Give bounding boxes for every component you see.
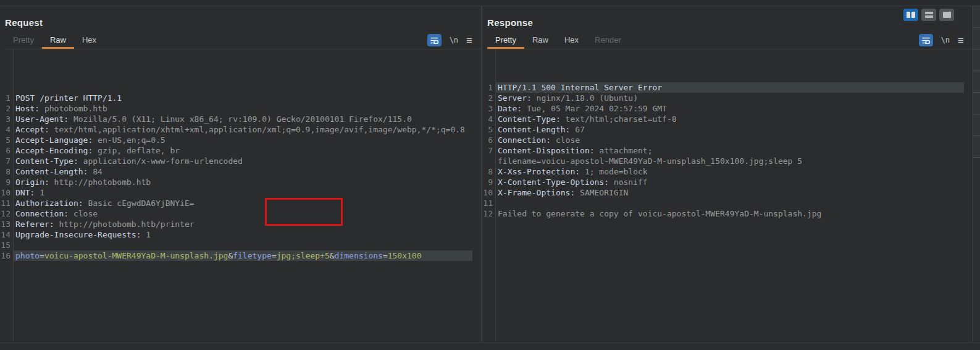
line-number: 9: [482, 177, 495, 187]
code-line: 6Connection: close: [482, 135, 973, 145]
code-text: Accept-Language: en-US,en;q=0.5: [13, 135, 472, 145]
inspector-section-handle[interactable]: [973, 93, 980, 114]
response-editor-toolbar: \n ≡: [919, 34, 964, 49]
show-newlines-toggle[interactable]: \n: [450, 36, 458, 45]
code-text: Content-Disposition: attachment;: [495, 145, 964, 156]
split-columns-icon: [907, 12, 910, 18]
inspector-section-handle[interactable]: [973, 71, 980, 93]
line-number: 10: [0, 187, 13, 198]
code-text: POST /printer HTTP/1.1: [13, 93, 472, 103]
code-text: Accept: text/html,application/xhtml+xml,…: [13, 124, 472, 135]
split-columns-button[interactable]: [903, 9, 918, 21]
code-text: Host: photobomb.htb: [13, 103, 472, 114]
line-number: 3: [482, 103, 495, 114]
code-text: DNT: 1: [13, 187, 472, 198]
request-editor-toolbar: \n ≡: [427, 34, 472, 49]
code-line: 2Host: photobomb.htb: [0, 103, 481, 114]
response-panel: Response PrettyRawHexRender \n ≡: [482, 6, 973, 342]
code-text: Connection: close: [495, 135, 964, 145]
code-line: 4Accept: text/html,application/xhtml+xml…: [0, 124, 481, 135]
window-bottom-strip: [0, 343, 980, 350]
inspector-collapsed-rail[interactable]: [973, 6, 980, 342]
response-title: Response: [487, 17, 973, 28]
tab-hex[interactable]: Hex: [556, 33, 587, 49]
split-rows-button[interactable]: [921, 9, 936, 21]
request-panel: Request PrettyRawHex \n ≡: [0, 6, 481, 342]
code-line: 13Referer: http://photobomb.htb/printer: [0, 219, 481, 229]
tab-hex[interactable]: Hex: [74, 33, 104, 49]
code-line: 9Origin: http://photobomb.htb: [0, 177, 481, 187]
code-line: 5Accept-Language: en-US,en;q=0.5: [0, 135, 481, 145]
line-number: 2: [0, 103, 13, 114]
code-text: Origin: http://photobomb.htb: [13, 177, 472, 187]
code-text: X-Content-Type-Options: nosniff: [495, 177, 964, 187]
message-layout-controls: [903, 9, 954, 21]
code-line: 7Content-Disposition: attachment;: [482, 145, 973, 156]
inspector-section-handle[interactable]: [973, 6, 980, 28]
tab-pretty[interactable]: Pretty: [487, 33, 524, 49]
line-number: 2: [482, 93, 495, 103]
tab-raw[interactable]: Raw: [42, 33, 74, 49]
code-text: Accept-Encoding: gzip, deflate, br: [13, 145, 472, 156]
word-wrap-icon[interactable]: [427, 34, 442, 46]
code-line: 12Connection: close: [0, 208, 481, 219]
line-number: 5: [0, 135, 13, 145]
window-top-strip: [0, 0, 980, 6]
line-number: 4: [0, 124, 13, 135]
code-line: 16photo=voicu-apostol-MWER49YaD-M-unspla…: [0, 250, 481, 261]
code-line: 8X-Xss-Protection: 1; mode=block: [482, 166, 973, 177]
editor-menu-icon[interactable]: ≡: [958, 35, 964, 46]
code-line: 7Content-Type: application/x-www-form-ur…: [0, 156, 481, 166]
code-line: 15: [0, 240, 481, 250]
line-number: 12: [482, 208, 495, 219]
request-editor[interactable]: 1POST /printer HTTP/1.12Host: photobomb.…: [0, 49, 481, 341]
code-text: Date: Tue, 05 Mar 2024 02:57:59 GMT: [495, 103, 964, 114]
line-number: 1: [0, 93, 13, 103]
line-number: 15: [0, 240, 13, 250]
line-number: 9: [0, 177, 13, 187]
code-text: Authorization: Basic cEgwdDA6YjBNYiE=: [13, 198, 472, 208]
code-text: Content-Type: text/html;charset=utf-8: [495, 114, 964, 124]
code-text: HTTP/1.1 500 Internal Server Error: [495, 82, 964, 93]
tab-raw[interactable]: Raw: [524, 33, 556, 49]
code-line: 3Date: Tue, 05 Mar 2024 02:57:59 GMT: [482, 103, 973, 114]
split-rows-icon: [925, 12, 933, 18]
code-line: 4Content-Type: text/html;charset=utf-8: [482, 114, 973, 124]
line-number: 12: [0, 208, 13, 219]
single-pane-button[interactable]: [939, 9, 954, 21]
line-number: 8: [482, 166, 495, 177]
line-number: 1: [482, 82, 495, 93]
line-number: 11: [482, 198, 495, 208]
editor-menu-icon[interactable]: ≡: [466, 35, 472, 46]
line-number: 13: [0, 219, 13, 229]
code-line: 8Content-Length: 84: [0, 166, 481, 177]
code-text: Referer: http://photobomb.htb/printer: [13, 219, 472, 229]
code-text: filename=voicu-apostol-MWER49YaD-M-unspl…: [495, 156, 964, 166]
line-number: 4: [482, 114, 495, 124]
code-line: 5Content-Length: 67: [482, 124, 973, 135]
code-text: Server: nginx/1.18.0 (Ubuntu): [495, 93, 964, 103]
response-editor[interactable]: 1HTTP/1.1 500 Internal Server Error2Serv…: [482, 49, 973, 341]
split-columns-icon: [911, 12, 915, 18]
line-number: 6: [482, 135, 495, 145]
code-line: 1POST /printer HTTP/1.1: [0, 93, 481, 103]
code-line: 11Authorization: Basic cEgwdDA6YjBNYiE=: [0, 198, 481, 208]
single-pane-icon: [943, 12, 951, 18]
code-text: Upgrade-Insecure-Requests: 1: [13, 229, 472, 240]
code-text: X-Frame-Options: SAMEORIGIN: [495, 187, 964, 198]
code-text: User-Agent: Mozilla/5.0 (X11; Linux x86_…: [13, 114, 472, 124]
tab-pretty[interactable]: Pretty: [5, 33, 42, 49]
show-newlines-toggle[interactable]: \n: [941, 36, 950, 45]
word-wrap-icon[interactable]: [919, 34, 933, 46]
tab-render[interactable]: Render: [587, 33, 629, 49]
inspector-section-handle[interactable]: [973, 136, 980, 158]
inspector-section-handle[interactable]: [973, 114, 980, 136]
inspector-section-handle[interactable]: [973, 49, 980, 71]
code-line: 14Upgrade-Insecure-Requests: 1: [0, 229, 481, 240]
line-number: 11: [0, 198, 13, 208]
response-header: Response PrettyRawHexRender \n ≡: [482, 6, 973, 49]
response-tabs: PrettyRawHexRender \n ≡: [487, 33, 973, 49]
code-text: [495, 198, 964, 208]
inspector-section-handle[interactable]: [973, 28, 980, 49]
repeater-message-area: Request PrettyRawHex \n ≡: [0, 6, 980, 342]
